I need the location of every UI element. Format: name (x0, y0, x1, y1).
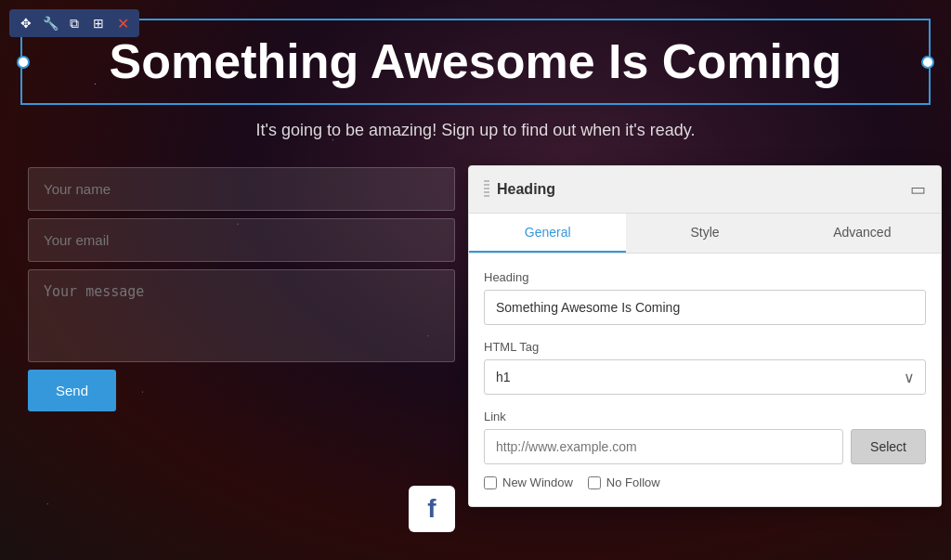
copy-icon[interactable]: ⧉ (65, 14, 84, 33)
minimize-icon[interactable]: ▭ (910, 179, 926, 200)
panel-header-left: Heading (484, 180, 555, 199)
link-field-label: Link (484, 410, 926, 423)
no-follow-label: No Follow (606, 475, 660, 489)
checkbox-row: New Window No Follow (484, 475, 926, 489)
panel-body: Heading HTML Tag h1 h2 h3 h4 h5 h6 div s… (469, 254, 941, 506)
html-tag-select[interactable]: h1 h2 h3 h4 h5 h6 div span p (484, 359, 926, 395)
drag-handle[interactable] (484, 180, 489, 199)
send-button[interactable]: Send (28, 370, 116, 411)
move-icon[interactable]: ✥ (17, 14, 35, 33)
link-input[interactable] (484, 429, 843, 464)
html-tag-label: HTML Tag (484, 340, 926, 354)
heading-field-label: Heading (484, 270, 926, 284)
panel-header: Heading ▭ (469, 166, 941, 214)
link-row: Select (484, 429, 926, 464)
heading-selected-box[interactable]: Something Awesome Is Coming (20, 19, 931, 105)
grid-icon[interactable]: ⊞ (89, 14, 108, 33)
wrench-icon[interactable]: 🔧 (41, 14, 59, 33)
heading-wrapper: Something Awesome Is Coming (0, 19, 951, 105)
heading-text-input[interactable] (484, 290, 926, 325)
tab-general[interactable]: General (469, 214, 626, 253)
element-toolbar: ✥ 🔧 ⧉ ⊞ ✕ (9, 9, 139, 37)
name-input[interactable] (28, 167, 455, 211)
no-follow-checkbox-label[interactable]: No Follow (588, 475, 660, 489)
new-window-checkbox[interactable] (484, 476, 497, 489)
heading-panel: Heading ▭ General Style Advanced Heading… (468, 165, 942, 507)
new-window-label: New Window (502, 475, 573, 489)
contact-form: Send (28, 167, 455, 411)
html-tag-wrapper: h1 h2 h3 h4 h5 h6 div span p ∨ (484, 359, 926, 395)
select-button[interactable]: Select (851, 429, 926, 464)
no-follow-checkbox[interactable] (588, 476, 601, 489)
panel-tabs: General Style Advanced (469, 214, 941, 254)
panel-title: Heading (497, 181, 555, 198)
email-input[interactable] (28, 218, 455, 262)
facebook-icon[interactable]: f (409, 486, 455, 532)
new-window-checkbox-label[interactable]: New Window (484, 475, 573, 489)
sub-heading: It's going to be amazing! Sign up to fin… (0, 121, 951, 140)
main-heading: Something Awesome Is Coming (41, 28, 910, 96)
close-icon[interactable]: ✕ (113, 14, 132, 33)
tab-advanced[interactable]: Advanced (784, 214, 941, 253)
message-input[interactable] (28, 269, 455, 362)
tab-style[interactable]: Style (626, 214, 783, 253)
